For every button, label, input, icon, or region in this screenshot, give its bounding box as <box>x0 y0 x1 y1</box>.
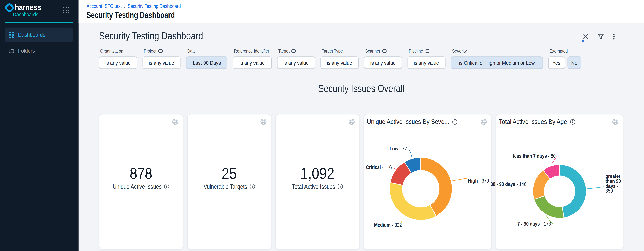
info-icon[interactable] <box>164 183 169 190</box>
app-switcher-icon[interactable] <box>63 7 69 13</box>
filter-exempted-no[interactable]: No <box>568 56 582 69</box>
sidebar-item-folders[interactable]: Folders <box>5 43 73 58</box>
filter-date: Date Last 90 Days <box>186 48 228 69</box>
filter-organization-value[interactable]: is any value <box>99 56 137 69</box>
link-icon <box>291 49 296 53</box>
donut-label-30-90: 30 - 90 days - 146 <box>490 181 527 187</box>
filter-organization: Organization is any value <box>99 48 137 69</box>
filter-target: Target is any value <box>277 48 315 69</box>
breadcrumb-current-link[interactable]: Security Testing Dashboard <box>128 3 181 9</box>
donut-label-critical: Critical - 116 <box>366 165 392 170</box>
harness-logo-icon <box>5 3 14 12</box>
stat-value: 1,092 <box>281 165 354 183</box>
close-icon[interactable] <box>583 34 588 39</box>
page-title: Security Testing Dashboard <box>86 10 175 20</box>
filter-severity: Severity is Critical or High or Medium o… <box>451 48 543 69</box>
stat-value: 878 <box>104 165 178 183</box>
filter-exempted: Exempted Yes No <box>548 48 581 69</box>
stat-label: Unique Active Issues <box>113 183 162 190</box>
info-icon[interactable] <box>250 183 255 190</box>
sidebar: harness Dashboards Dashboards Folders <box>0 0 78 251</box>
link-icon <box>158 49 162 53</box>
stat-value: 25 <box>192 165 266 183</box>
dashboard-content: Security Testing Dashboard Organization … <box>78 23 644 251</box>
filter-scanner-value[interactable]: is any value <box>364 56 402 69</box>
filter-target-type: Target Type is any value <box>320 48 358 69</box>
breadcrumb-separator: › <box>124 3 126 9</box>
logo-wordmark: harness <box>15 3 41 12</box>
info-icon[interactable] <box>338 183 343 190</box>
donut-label-high: High - 370 <box>468 178 489 184</box>
donut-label-low: Low - 77 <box>390 146 407 152</box>
sidebar-item-dashboards[interactable]: Dashboards <box>5 27 73 42</box>
sidebar-divider <box>5 22 73 23</box>
kebab-menu-icon[interactable] <box>613 33 615 40</box>
globe-icon[interactable] <box>260 119 266 125</box>
filter-icon[interactable] <box>598 34 604 39</box>
harness-logo[interactable]: harness <box>5 3 44 12</box>
filter-severity-value[interactable]: is Critical or High or Medium or Low <box>451 56 543 69</box>
filter-pipeline: Pipeline is any value <box>408 48 446 69</box>
link-icon <box>425 49 430 53</box>
harness-dashboard-app: harness Dashboards Dashboards Folders Ac… <box>0 0 644 251</box>
section-title: Security Issues Overall <box>124 83 599 95</box>
card-total-active-issues-by-age: Total Active Issues By Age <box>496 114 623 250</box>
filter-target-type-value[interactable]: is any value <box>320 56 358 69</box>
filter-exempted-yes[interactable]: Yes <box>548 56 565 69</box>
donut-label-greater-90: greater than 90 days - 359 <box>606 174 623 194</box>
filter-scanner: Scanner is any value <box>364 48 402 69</box>
module-name: Dashboards <box>13 12 38 18</box>
filter-target-value[interactable]: is any value <box>277 56 315 69</box>
donut-label-less-than-7: less than 7 days - 80 <box>513 153 556 159</box>
sidebar-item-label: Folders <box>18 48 35 54</box>
globe-icon[interactable] <box>348 119 355 125</box>
filter-reference-identifier: Reference Identifier is any value <box>233 48 272 69</box>
donut-label-7-30: 7 - 30 days - 173 <box>518 221 551 227</box>
card-unique-active-issues-by-severity: Unique Active Issues By Seve... <box>364 114 492 250</box>
filter-bar: Organization is any value Project is any… <box>99 48 581 69</box>
card-row: 878 Unique Active Issues 25 <box>99 114 623 250</box>
filter-date-value[interactable]: Last 90 Days <box>186 56 228 69</box>
filter-project: Project is any value <box>142 48 180 69</box>
link-icon <box>382 49 387 53</box>
filter-reference-identifier-value[interactable]: is any value <box>233 56 272 69</box>
globe-icon[interactable] <box>172 119 178 125</box>
card-unique-active-issues: 878 Unique Active Issues <box>99 114 183 250</box>
stat-label: Vulnerable Targets <box>204 183 247 190</box>
stat-label: Total Active Issues <box>292 183 335 190</box>
filter-project-value[interactable]: is any value <box>142 56 180 69</box>
folder-icon <box>9 48 14 53</box>
sidebar-item-label: Dashboards <box>18 32 46 38</box>
cursor-dot <box>582 40 584 42</box>
card-vulnerable-targets: 25 Vulnerable Targets <box>187 114 271 250</box>
dashboards-icon <box>9 32 14 37</box>
filter-pipeline-value[interactable]: is any value <box>408 56 446 69</box>
card-total-active-issues: 1,092 Total Active Issues <box>275 114 359 250</box>
donut-label-medium: Medium - 322 <box>374 222 402 228</box>
breadcrumb-account-link[interactable]: Account: STO test <box>86 3 122 9</box>
top-header: Account: STO test › Security Testing Das… <box>78 0 644 23</box>
breadcrumb: Account: STO test › Security Testing Das… <box>86 3 181 9</box>
dashboard-title: Security Testing Dashboard <box>99 30 203 42</box>
